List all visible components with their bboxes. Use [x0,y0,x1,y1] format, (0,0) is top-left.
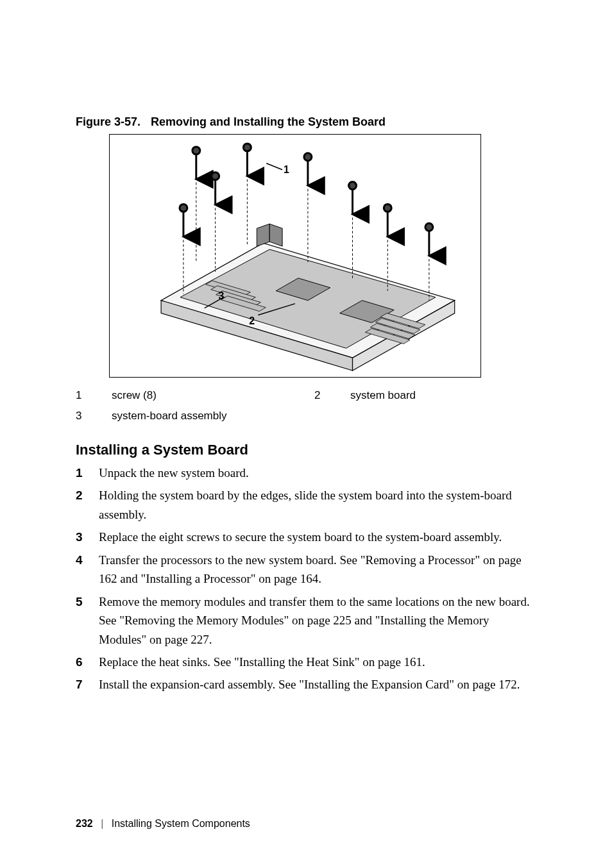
svg-point-33 [425,223,433,231]
figure-callout-2: 2 [249,315,255,326]
step-text: Holding the system board by the edges, s… [99,486,536,524]
page-footer: 232 | Installing System Components [76,818,250,830]
footer-section-label: Installing System Components [112,818,250,829]
svg-point-21 [243,144,251,151]
svg-point-30 [384,204,391,212]
svg-point-24 [304,153,312,161]
step-text: Remove the memory modules and transfer t… [99,592,536,649]
list-item: 4 Transfer the processors to the new sys… [76,551,536,588]
step-text: Replace the eight screws to secure the s… [99,528,536,546]
list-item: 5 Remove the memory modules and transfer… [76,592,536,649]
svg-point-18 [192,147,200,154]
figure-title-text: Removing and Installing the System Board [151,115,386,128]
figure-caption: Figure 3-57.Removing and Installing the … [76,115,536,129]
svg-marker-15 [269,224,282,246]
step-text: Unpack the new system board. [99,463,536,482]
svg-point-39 [212,172,219,180]
svg-marker-14 [257,224,269,246]
footer-separator: | [101,818,103,829]
callout-num: 2 [314,385,350,406]
svg-line-40 [266,163,282,170]
svg-point-27 [349,182,357,190]
step-text: Install the expansion-card assembly. See… [99,675,536,694]
figure-callout-1: 1 [284,164,289,175]
callout-label: screw (8) [112,385,314,406]
list-item: 7 Install the expansion-card assembly. S… [76,675,536,694]
section-heading: Installing a System Board [76,442,536,458]
step-number: 2 [76,486,99,524]
step-number: 3 [76,528,99,546]
step-text: Replace the heat sinks. See "Installing … [99,653,536,671]
page-number: 232 [76,818,93,829]
callout-label: system-board assembly [112,406,314,426]
system-board-svg: 1 2 3 [110,135,480,377]
figure-callout-table: 1 screw (8) 2 system board 3 system-boar… [76,385,536,426]
figure-callout-3: 3 [219,290,225,301]
step-number: 7 [76,675,99,694]
list-item: 1 Unpack the new system board. [76,463,536,482]
figure-number: Figure 3-57. [76,115,140,128]
callout-num: 3 [76,406,112,426]
list-item: 3 Replace the eight screws to secure the… [76,528,536,546]
list-item: 6 Replace the heat sinks. See "Installin… [76,653,536,671]
step-number: 6 [76,653,99,671]
callout-num: 1 [76,385,112,406]
list-item: 2 Holding the system board by the edges,… [76,486,536,524]
step-number: 5 [76,592,99,649]
procedure-list: 1 Unpack the new system board. 2 Holding… [76,463,536,694]
step-number: 1 [76,463,99,482]
step-number: 4 [76,551,99,588]
figure-illustration: 1 2 3 [109,134,481,378]
callout-label: system board [350,385,536,406]
svg-point-36 [180,204,187,212]
step-text: Transfer the processors to the new syste… [99,551,536,588]
